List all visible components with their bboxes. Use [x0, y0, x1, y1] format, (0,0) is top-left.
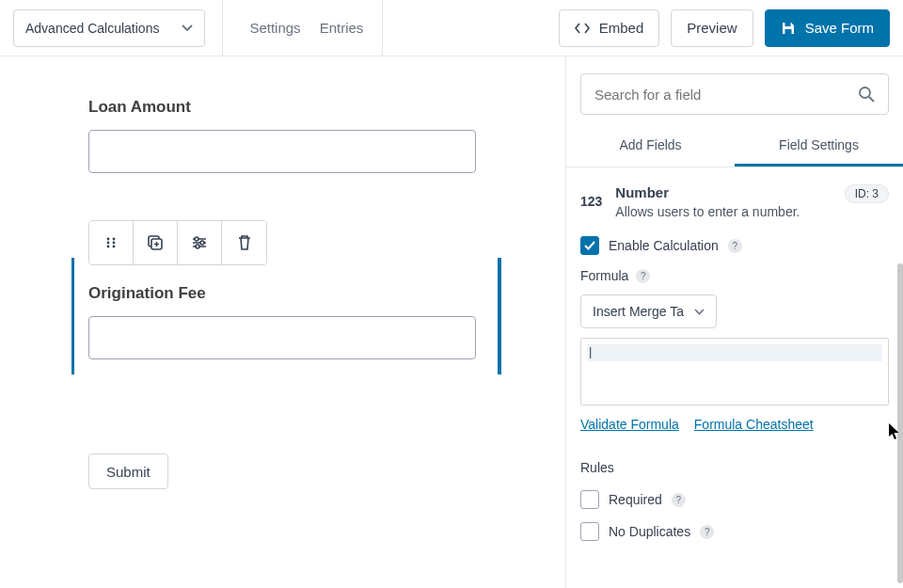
save-label: Save Form: [805, 20, 874, 36]
validate-formula-link[interactable]: Validate Formula: [580, 417, 679, 432]
svg-point-7: [113, 246, 116, 248]
drag-handle[interactable]: [89, 221, 134, 264]
top-bar: Advanced Calculations Settings Entries E…: [0, 0, 903, 56]
required-checkbox[interactable]: [580, 490, 599, 509]
form-canvas: Loan Amount Origination Fee: [0, 56, 566, 588]
drag-icon: [104, 236, 118, 249]
main-area: Loan Amount Origination Fee: [0, 56, 903, 588]
tab-field-settings[interactable]: Field Settings: [735, 128, 903, 167]
svg-rect-0: [784, 23, 790, 26]
save-icon: [781, 21, 796, 36]
rules-section-title: Rules: [580, 460, 889, 475]
settings-button[interactable]: [178, 221, 222, 264]
trash-icon: [237, 234, 252, 251]
preview-label: Preview: [687, 20, 737, 36]
formula-textarea[interactable]: |: [580, 338, 889, 405]
formula-cheatsheet-link[interactable]: Formula Cheatsheet: [694, 417, 814, 432]
field-type-header: 123 Number Allows users to enter a numbe…: [580, 184, 889, 219]
settings-link[interactable]: Settings: [240, 20, 309, 36]
preview-button[interactable]: Preview: [671, 9, 752, 47]
field-id-badge: ID: 3: [845, 184, 889, 203]
formula-section-label: Formula ?: [580, 268, 889, 283]
embed-label: Embed: [599, 20, 644, 36]
field-loan-amount[interactable]: Loan Amount: [0, 85, 565, 196]
delete-button[interactable]: [222, 221, 266, 264]
field-type-name: Number: [615, 184, 800, 200]
duplicate-button[interactable]: [134, 221, 178, 264]
field-input-preview: [88, 316, 476, 359]
formula-value: |: [587, 344, 882, 361]
search-input[interactable]: [594, 87, 858, 103]
no-duplicates-row: No Duplicates ?: [580, 522, 889, 541]
field-origination-fee[interactable]: Origination Fee: [0, 196, 565, 382]
help-icon[interactable]: ?: [636, 269, 650, 283]
field-label: Loan Amount: [88, 98, 477, 117]
sidebar: Add Fields Field Settings 123 Number All…: [566, 56, 903, 588]
enable-calculation-label: Enable Calculation: [609, 238, 719, 253]
field-toolbar: [88, 220, 267, 265]
svg-point-3: [113, 238, 116, 241]
svg-point-13: [860, 87, 870, 98]
number-type-icon: 123: [580, 184, 602, 209]
sliders-icon: [191, 235, 208, 250]
svg-point-12: [196, 245, 199, 248]
form-name: Advanced Calculations: [25, 21, 159, 36]
embed-button[interactable]: Embed: [559, 9, 660, 47]
help-icon[interactable]: ?: [672, 493, 686, 507]
field-label: Origination Fee: [88, 284, 477, 303]
svg-point-6: [107, 246, 110, 248]
help-icon[interactable]: ?: [700, 525, 714, 539]
formula-label: Formula: [580, 268, 628, 283]
no-duplicates-label: No Duplicates: [609, 524, 690, 539]
insert-merge-tag-select[interactable]: Insert Merge Ta: [580, 294, 717, 328]
chevron-down-icon: [182, 24, 193, 32]
required-label: Required: [609, 492, 662, 507]
formula-links: Validate Formula Formula Cheatsheet: [580, 417, 889, 432]
field-type-desc: Allows users to enter a number.: [615, 204, 800, 219]
enable-calculation-row: Enable Calculation ?: [580, 236, 889, 255]
divider: [222, 0, 223, 56]
submit-label: Submit: [106, 464, 150, 480]
svg-point-11: [200, 241, 204, 245]
sidebar-tabs: Add Fields Field Settings: [566, 128, 903, 167]
field-settings-panel: 123 Number Allows users to enter a numbe…: [566, 167, 903, 588]
svg-point-5: [113, 242, 116, 245]
entries-link[interactable]: Entries: [310, 20, 373, 36]
chevron-down-icon: [694, 309, 705, 315]
submit-button[interactable]: Submit: [88, 453, 168, 489]
code-icon: [575, 23, 590, 34]
svg-rect-1: [784, 29, 791, 34]
form-selector[interactable]: Advanced Calculations: [13, 9, 205, 47]
search-icon: [858, 86, 875, 103]
save-form-button[interactable]: Save Form: [765, 9, 890, 47]
help-icon[interactable]: ?: [728, 239, 742, 253]
scrollbar[interactable]: [897, 263, 903, 583]
no-duplicates-checkbox[interactable]: [580, 522, 599, 541]
tab-add-fields[interactable]: Add Fields: [566, 128, 735, 167]
merge-tag-label: Insert Merge Ta: [593, 304, 684, 319]
required-row: Required ?: [580, 490, 889, 509]
field-input-preview: [88, 130, 476, 173]
divider: [382, 0, 383, 56]
svg-point-2: [107, 238, 110, 241]
duplicate-icon: [147, 234, 164, 251]
check-icon: [584, 241, 595, 250]
svg-point-10: [195, 237, 198, 241]
search-field-wrap[interactable]: [580, 73, 889, 115]
svg-point-4: [107, 242, 110, 245]
enable-calculation-checkbox[interactable]: [580, 236, 599, 255]
